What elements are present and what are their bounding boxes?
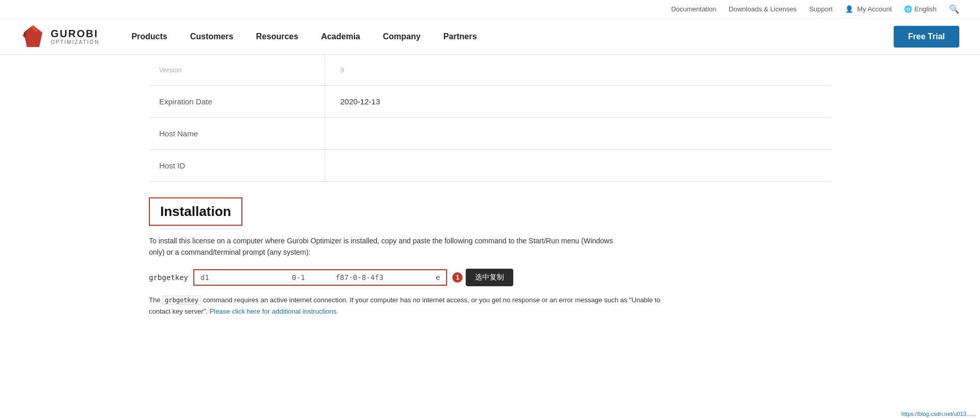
- installation-section: Installation To install this license on …: [149, 197, 831, 333]
- copy-badge-container: 1 选中复制: [452, 269, 513, 286]
- nav-resources[interactable]: Resources: [244, 19, 310, 55]
- expiration-date-value: 2020-12-13: [325, 86, 831, 118]
- downloads-licenses-link[interactable]: Downloads & Licenses: [729, 5, 797, 13]
- host-id-value: [325, 150, 831, 182]
- host-name-label: Host Name: [149, 118, 325, 150]
- additional-instructions-link[interactable]: Please click here for additional instruc…: [209, 307, 338, 315]
- nav-company[interactable]: Company: [372, 19, 432, 55]
- host-id-label: Host ID: [149, 150, 325, 182]
- expiration-date-row: Expiration Date 2020-12-13: [149, 86, 831, 118]
- note-prefix: The: [149, 296, 162, 304]
- installation-description: To install this license on a computer wh…: [149, 235, 614, 258]
- user-icon: 👤: [845, 5, 853, 13]
- expiration-date-label: Expiration Date: [149, 86, 325, 118]
- support-link[interactable]: Support: [809, 5, 833, 13]
- version-value: 9: [325, 55, 831, 86]
- installation-title-box: Installation: [149, 197, 242, 226]
- my-account-link[interactable]: 👤 My Account: [845, 5, 892, 13]
- main-navigation: GUROBI OPTIMIZATION Products Customers R…: [0, 19, 980, 55]
- version-row: Version 9: [149, 55, 831, 86]
- host-id-row: Host ID: [149, 150, 831, 182]
- logo[interactable]: GUROBI OPTIMIZATION: [21, 24, 99, 49]
- main-content: Version 9 Expiration Date 2020-12-13 Hos…: [128, 55, 852, 333]
- nav-academia[interactable]: Academia: [310, 19, 372, 55]
- logo-text: GUROBI OPTIMIZATION: [51, 28, 99, 45]
- documentation-link[interactable]: Documentation: [671, 5, 716, 13]
- globe-icon: 🌐: [904, 5, 912, 13]
- note-code: grbgetkey: [162, 296, 201, 305]
- command-line: grbgetkey d1 0-1 f87·0-8-4f3 e 1 选中复制: [149, 269, 831, 286]
- nav-products[interactable]: Products: [120, 19, 178, 55]
- free-trial-button[interactable]: Free Trial: [894, 26, 959, 48]
- copy-button[interactable]: 选中复制: [466, 269, 513, 286]
- installation-title: Installation: [160, 204, 231, 220]
- search-icon[interactable]: 🔍: [949, 4, 959, 14]
- host-name-value: [325, 118, 831, 150]
- license-detail-table: Version 9 Expiration Date 2020-12-13 Hos…: [149, 55, 831, 182]
- gurobi-logo-icon: [21, 24, 45, 49]
- host-name-row: Host Name: [149, 118, 831, 150]
- nav-partners[interactable]: Partners: [432, 19, 488, 55]
- command-label: grbgetkey: [149, 273, 188, 282]
- version-label: Version: [149, 55, 325, 86]
- installation-note: The grbgetkey command requires an active…: [149, 295, 666, 317]
- language-selector[interactable]: 🌐 English: [904, 5, 937, 13]
- command-value[interactable]: d1 0-1 f87·0-8-4f3 e: [193, 269, 448, 286]
- nav-links: Products Customers Resources Academia Co…: [120, 19, 893, 55]
- copy-step-badge: 1: [452, 272, 463, 283]
- top-utility-bar: Documentation Downloads & Licenses Suppo…: [0, 0, 980, 19]
- nav-customers[interactable]: Customers: [179, 19, 245, 55]
